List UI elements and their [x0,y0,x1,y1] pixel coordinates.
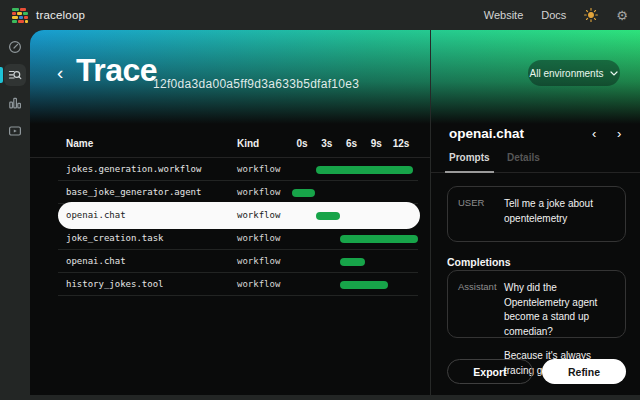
trace-rows: jokes.generation.workflowworkflowbase_jo… [30,158,430,296]
refine-button[interactable]: Refine [542,359,626,384]
bar-chart-icon [8,96,22,110]
sidebar-item-analytics[interactable] [4,92,26,114]
next-span-chevron-icon[interactable]: › [617,126,621,141]
span-name: history_jokes.tool [66,273,164,296]
span-name: openai.chat [66,204,126,227]
span-duration-bar [316,212,340,220]
span-kind: workflow [237,273,280,296]
span-kind: workflow [237,158,280,181]
span-duration-bar [292,189,315,197]
app-window: traceloop Website Docs ⚙ [0,0,640,400]
span-detail-panel: openai.chat ‹ › Prompts Details USER Tel… [430,30,640,395]
brand-name: traceloop [36,9,85,21]
page-title: Trace [76,52,157,89]
timeline-tick: 9s [371,130,382,157]
completion-line-1: Why did the Opentelemetry agent become a… [504,281,615,339]
video-play-icon [8,124,22,138]
export-button[interactable]: Export [447,359,533,384]
tab-prompts[interactable]: Prompts [445,152,494,173]
trace-table-row[interactable]: history_jokes.toolworkflow [30,273,430,296]
prompt-role-label: USER [458,197,498,231]
timeline-tick: 3s [321,130,332,157]
timeline-tick: 12s [393,130,410,157]
topbar-links: Website Docs ⚙ [484,8,628,22]
assistant-completion-box: Assistant Why did the Opentelemetry agen… [447,270,626,338]
docs-link[interactable]: Docs [541,9,566,21]
trace-id: 12f0da3da00a5ff9d3a633b5dfaf10e3 [153,77,359,91]
website-link[interactable]: Website [484,9,524,21]
completions-heading: Completions [447,256,511,268]
detail-actions: Export Refine [447,359,626,384]
detail-tabs: Prompts Details [431,152,640,173]
main-panel: ‹ Trace 12f0da3da00a5ff9d3a633b5dfaf10e3… [30,30,640,395]
trace-table-row[interactable]: jokes.generation.workflowworkflow [30,158,430,181]
column-header-kind: Kind [237,130,259,157]
trace-search-icon [8,68,22,82]
trace-table-header: Name Kind 0s3s6s9s12s [30,130,430,158]
tab-details[interactable]: Details [505,152,542,171]
back-chevron-icon[interactable]: ‹ [57,63,63,82]
completion-role-label: Assistant [458,281,498,327]
sidebar-item-dashboard[interactable] [4,36,26,58]
span-name: joke_creation.task [66,227,164,250]
trace-table-row[interactable]: openai.chatworkflow [30,250,430,273]
traceloop-logo-icon [12,8,29,23]
column-header-name: Name [66,130,93,157]
sidebar-item-traces[interactable] [4,64,26,86]
span-duration-bar [340,235,418,243]
span-duration-bar [340,281,388,289]
timeline-tick: 6s [346,130,357,157]
theme-toggle-sun-icon[interactable] [584,8,598,22]
sidebar-item-playground[interactable] [4,120,26,142]
topbar: traceloop Website Docs ⚙ [0,0,640,30]
timeline-tick: 0s [296,130,307,157]
completion-message: Why did the Opentelemetry agent become a… [504,281,615,327]
prev-span-chevron-icon[interactable]: ‹ [592,126,596,141]
trace-table-row[interactable]: joke_creation.taskworkflow [30,227,430,250]
prompt-message: Tell me a joke about opentelemetry [504,197,615,231]
trace-span-table: Name Kind 0s3s6s9s12s jokes.generation.w… [30,130,430,296]
brand: traceloop [12,8,85,23]
span-kind: workflow [237,181,280,204]
span-kind: workflow [237,227,280,250]
span-name: base_joke_generator.agent [66,181,201,204]
span-name: jokes.generation.workflow [66,158,201,181]
span-detail-title: openai.chat [449,126,524,141]
span-duration-bar [340,258,365,266]
user-prompt-box: USER Tell me a joke about opentelemetry [447,186,626,242]
settings-gear-icon[interactable]: ⚙ [616,9,628,22]
span-name: openai.chat [66,250,126,273]
gauge-icon [8,40,22,54]
span-duration-bar [316,166,413,174]
sidebar-nav [0,30,30,400]
trace-table-row[interactable]: openai.chatworkflow [30,204,430,227]
trace-table-row[interactable]: base_joke_generator.agentworkflow [30,181,430,204]
span-kind: workflow [237,250,280,273]
span-kind: workflow [237,204,280,227]
